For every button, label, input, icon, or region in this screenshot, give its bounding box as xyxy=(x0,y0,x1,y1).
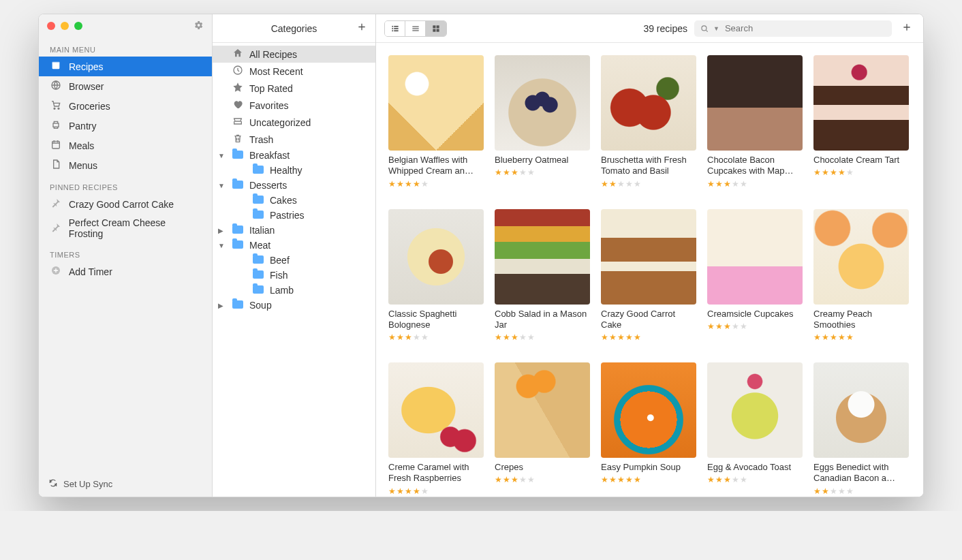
category-item-uncat[interactable]: Uncategorized xyxy=(213,114,375,131)
recipe-card[interactable]: Easy Pumpkin Soup★★★★★ xyxy=(601,362,696,496)
category-item-breakfast[interactable]: ▼Breakfast xyxy=(213,148,375,163)
minimize-window-button[interactable] xyxy=(61,22,69,30)
folder-icon xyxy=(252,270,264,281)
recipe-rating: ★★★★★ xyxy=(388,486,484,496)
star-icon xyxy=(232,82,244,95)
app-window: MAIN MENU RecipesBrowserGroceriesPantryM… xyxy=(38,14,924,497)
folder-icon xyxy=(232,300,244,311)
recipe-card[interactable]: Egg & Avocado Toast★★★★★ xyxy=(707,362,803,496)
sidebar-pinned-list: Crazy Good Carrot CakePerfect Cream Chee… xyxy=(39,194,212,243)
svg-rect-9 xyxy=(392,25,393,27)
recipe-card[interactable]: Blueberry Oatmeal★★★★★ xyxy=(495,55,590,189)
recipe-card[interactable]: Chocolate Bacon Cupcakes with Map…★★★★★ xyxy=(707,55,803,189)
recipe-card[interactable]: Crepes★★★★★ xyxy=(495,362,590,496)
recipe-card[interactable]: Eggs Benedict with Canadian Bacon a…★★★★… xyxy=(813,362,909,496)
sidebar-item-label: Browser xyxy=(69,81,104,92)
category-label: Beef xyxy=(270,255,290,266)
pinned-item[interactable]: Crazy Good Carrot Cake xyxy=(39,194,212,214)
category-item-desserts[interactable]: ▼Desserts xyxy=(213,178,375,193)
recipe-thumbnail xyxy=(495,55,590,151)
recipe-rating: ★★★★★ xyxy=(495,475,590,484)
search-input[interactable] xyxy=(724,22,886,34)
category-item-italian[interactable]: ▶Italian xyxy=(213,223,375,238)
recipe-rating: ★★★★★ xyxy=(707,475,803,484)
recipe-card[interactable]: Classic Spaghetti Bolognese★★★★★ xyxy=(388,209,484,343)
category-item-meat[interactable]: ▼Meat xyxy=(213,238,375,253)
category-item-fav[interactable]: Favorites xyxy=(213,97,375,114)
home-icon xyxy=(232,48,244,61)
category-label: Trash xyxy=(249,134,273,145)
recipe-thumbnail xyxy=(388,362,484,458)
category-item-top[interactable]: Top Rated xyxy=(213,80,375,97)
recipe-title: Classic Spaghetti Bolognese xyxy=(388,309,484,331)
recipe-rating: ★★★★★ xyxy=(495,332,590,342)
category-item-all[interactable]: All Recipes xyxy=(213,46,375,63)
recipe-card[interactable]: Bruschetta with Fresh Tomato and Basil★★… xyxy=(601,55,696,189)
sidebar-item-browser[interactable]: Browser xyxy=(39,76,212,96)
trash-icon xyxy=(232,133,244,146)
recipe-grid[interactable]: Belgian Waffles with Whipped Cream an…★★… xyxy=(376,43,923,497)
maximize-window-button[interactable] xyxy=(74,22,82,30)
recipe-rating: ★★★★★ xyxy=(813,332,909,342)
svg-rect-10 xyxy=(394,25,398,27)
recipe-card[interactable]: Cobb Salad in a Mason Jar★★★★★ xyxy=(495,209,590,343)
category-item-beef[interactable]: Beef xyxy=(213,253,375,268)
view-list-button[interactable] xyxy=(405,21,426,36)
disclosure-triangle-icon[interactable]: ▶ xyxy=(218,302,226,309)
sidebar-item-label: Menus xyxy=(69,160,97,171)
svg-rect-20 xyxy=(433,29,435,31)
settings-button[interactable] xyxy=(193,20,204,33)
pinned-item[interactable]: Perfect Cream Cheese Frosting xyxy=(39,214,212,243)
sidebar-item-meals[interactable]: Meals xyxy=(39,136,212,155)
category-item-healthy[interactable]: Healthy xyxy=(213,163,375,178)
svg-rect-13 xyxy=(392,30,393,31)
category-item-soup[interactable]: ▶Soup xyxy=(213,298,375,313)
recipe-card[interactable]: Belgian Waffles with Whipped Cream an…★★… xyxy=(388,55,484,189)
category-item-trash[interactable]: Trash xyxy=(213,131,375,148)
recipe-card[interactable]: Creamy Peach Smoothies★★★★★ xyxy=(813,209,909,343)
sidebar-item-menus[interactable]: Menus xyxy=(39,155,212,175)
disclosure-triangle-icon[interactable]: ▼ xyxy=(218,182,226,189)
svg-rect-18 xyxy=(433,25,435,28)
plus-icon xyxy=(901,22,912,33)
setup-sync-button[interactable]: Set Up Sync xyxy=(39,471,212,497)
add-category-button[interactable] xyxy=(356,21,367,35)
disclosure-triangle-icon[interactable]: ▶ xyxy=(218,227,226,234)
category-label: Fish xyxy=(270,270,288,281)
view-grid-button[interactable] xyxy=(426,21,446,36)
globe-icon xyxy=(50,80,62,93)
svg-rect-15 xyxy=(412,26,418,27)
recipe-card[interactable]: Chocolate Cream Tart★★★★★ xyxy=(813,55,909,189)
category-label: Healthy xyxy=(270,165,302,176)
add-recipe-button[interactable] xyxy=(899,20,915,36)
category-item-fish[interactable]: Fish xyxy=(213,268,375,283)
cart-icon xyxy=(50,99,62,112)
category-item-pastries[interactable]: Pastries xyxy=(213,208,375,223)
add-timer-button[interactable]: Add Timer xyxy=(39,262,212,281)
sidebar-header-main-menu: MAIN MENU xyxy=(39,37,212,57)
recipe-card[interactable]: Creme Caramel with Fresh Raspberries★★★★… xyxy=(388,362,484,496)
category-label: Breakfast xyxy=(249,150,290,161)
recipe-card[interactable]: Creamsicle Cupcakes★★★★★ xyxy=(707,209,803,343)
recipe-rating: ★★★★★ xyxy=(601,475,696,484)
search-field[interactable]: ▼ xyxy=(694,20,892,37)
folder-icon xyxy=(252,255,264,266)
printer-icon xyxy=(50,119,62,132)
sidebar-item-groceries[interactable]: Groceries xyxy=(39,96,212,116)
recipe-thumbnail xyxy=(813,209,909,305)
sidebar-item-label: Groceries xyxy=(69,101,110,112)
category-label: Favorites xyxy=(249,100,289,111)
recipe-card[interactable]: Crazy Good Carrot Cake★★★★★ xyxy=(601,209,696,343)
category-item-recent[interactable]: Most Recent xyxy=(213,63,375,80)
pin-icon xyxy=(50,198,62,211)
disclosure-triangle-icon[interactable]: ▼ xyxy=(218,242,226,249)
folder-icon xyxy=(232,150,244,161)
sidebar-item-recipes[interactable]: Recipes xyxy=(39,57,212,76)
category-label: Soup xyxy=(249,300,272,311)
category-item-cakes[interactable]: Cakes xyxy=(213,193,375,208)
disclosure-triangle-icon[interactable]: ▼ xyxy=(218,152,226,159)
view-list-compact-button[interactable] xyxy=(385,21,405,36)
close-window-button[interactable] xyxy=(47,22,55,30)
sidebar-item-pantry[interactable]: Pantry xyxy=(39,116,212,136)
category-item-lamb[interactable]: Lamb xyxy=(213,283,375,298)
